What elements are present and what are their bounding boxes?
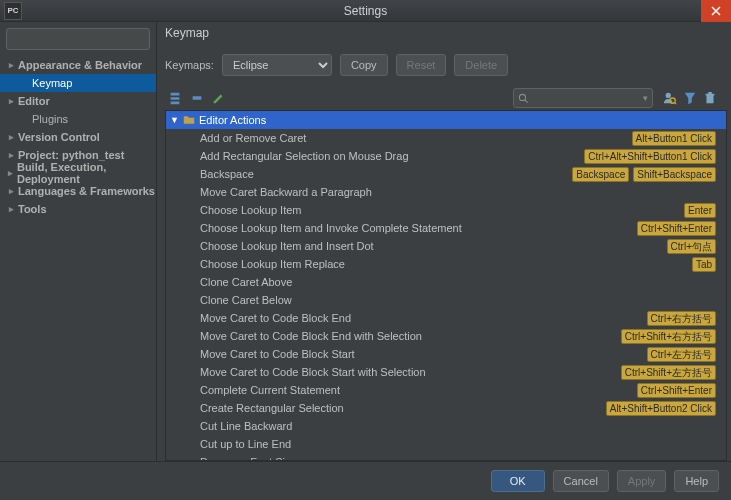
expand-tree-button[interactable] xyxy=(165,88,185,108)
action-name: Choose Lookup Item Replace xyxy=(200,258,692,270)
action-row[interactable]: Add or Remove CaretAlt+Button1 Click xyxy=(166,129,726,147)
sidebar-item-label: Appearance & Behavior xyxy=(18,59,142,71)
expand-icon xyxy=(168,91,182,105)
action-name: Complete Current Statement xyxy=(200,384,637,396)
action-shortcuts: Alt+Button1 Click xyxy=(632,131,716,146)
action-row[interactable]: Choose Lookup Item and Invoke Complete S… xyxy=(166,219,726,237)
action-name: Move Caret to Code Block Start with Sele… xyxy=(200,366,621,378)
show-conflicts-button[interactable] xyxy=(681,89,699,107)
action-name: Create Rectangular Selection xyxy=(200,402,606,414)
sidebar-search[interactable] xyxy=(6,28,150,50)
sidebar-item[interactable]: Plugins xyxy=(0,110,156,128)
action-name: Move Caret to Code Block End with Select… xyxy=(200,330,621,342)
tree-expander-icon: ▸ xyxy=(6,96,16,106)
apply-button[interactable]: Apply xyxy=(617,470,667,492)
shortcut-tag: Ctrl+Shift+右方括号 xyxy=(621,329,716,344)
edit-shortcut-button[interactable] xyxy=(209,88,229,108)
action-row[interactable]: Move Caret to Code Block EndCtrl+右方括号 xyxy=(166,309,726,327)
action-row[interactable]: Decrease Font Size xyxy=(166,453,726,460)
sidebar-item[interactable]: ▸Build, Execution, Deployment xyxy=(0,164,156,182)
action-shortcuts: Ctrl+句点 xyxy=(667,239,716,254)
shortcut-tag: Enter xyxy=(684,203,716,218)
window-close-button[interactable] xyxy=(701,0,731,22)
svg-point-4 xyxy=(666,93,671,98)
svg-point-2 xyxy=(519,94,525,100)
delete-shortcut-button[interactable] xyxy=(701,89,719,107)
sidebar-item-label: Project: python_test xyxy=(18,149,124,161)
action-shortcuts: Enter xyxy=(684,203,716,218)
action-row[interactable]: Cut Line Backward xyxy=(166,417,726,435)
action-row[interactable]: Choose Lookup Item ReplaceTab xyxy=(166,255,726,273)
action-row[interactable]: Choose Lookup Item and Insert DotCtrl+句点 xyxy=(166,237,726,255)
action-row[interactable]: Clone Caret Below xyxy=(166,291,726,309)
tree-expander-icon: ▸ xyxy=(6,204,16,214)
ok-button[interactable]: OK xyxy=(491,470,545,492)
titlebar: PC Settings xyxy=(0,0,731,22)
cancel-button[interactable]: Cancel xyxy=(553,470,609,492)
action-name: Move Caret to Code Block End xyxy=(200,312,647,324)
shortcut-tag: Ctrl+Shift+Enter xyxy=(637,383,716,398)
copy-button[interactable]: Copy xyxy=(340,54,388,76)
sidebar-item[interactable]: ▸Version Control xyxy=(0,128,156,146)
filter-icon xyxy=(683,91,697,105)
main-panel: Keymap Keymaps: Eclipse Copy Reset Delet… xyxy=(157,22,731,461)
actions-group-header[interactable]: ▼ Editor Actions xyxy=(166,111,726,129)
action-shortcuts: BackspaceShift+Backspace xyxy=(572,167,716,182)
shortcut-tag: Ctrl+Shift+左方括号 xyxy=(621,365,716,380)
shortcut-tag: Alt+Button1 Click xyxy=(632,131,716,146)
actions-group-label: Editor Actions xyxy=(199,114,266,126)
sidebar-item[interactable]: ▸Languages & Frameworks xyxy=(0,182,156,200)
action-row[interactable]: BackspaceBackspaceShift+Backspace xyxy=(166,165,726,183)
action-row[interactable]: Move Caret to Code Block StartCtrl+左方括号 xyxy=(166,345,726,363)
action-name: Cut up to Line End xyxy=(200,438,716,450)
shortcut-tag: Backspace xyxy=(572,167,629,182)
action-name: Move Caret Backward a Paragraph xyxy=(200,186,716,198)
keymaps-combo[interactable]: Eclipse xyxy=(222,54,332,76)
sidebar-item[interactable]: ▸Editor xyxy=(0,92,156,110)
action-name: Add or Remove Caret xyxy=(200,132,632,144)
tree-expander-icon: ▸ xyxy=(6,186,16,196)
sidebar-item-label: Keymap xyxy=(32,77,72,89)
search-icon xyxy=(518,93,529,104)
action-row[interactable]: Move Caret to Code Block Start with Sele… xyxy=(166,363,726,381)
dialog-footer: OK Cancel Apply Help xyxy=(0,461,731,500)
action-shortcuts: Ctrl+Shift+右方括号 xyxy=(621,329,716,344)
collapse-tree-button[interactable] xyxy=(187,88,207,108)
action-row[interactable]: Create Rectangular SelectionAlt+Shift+Bu… xyxy=(166,399,726,417)
tree-expander-icon: ▸ xyxy=(6,150,16,160)
sidebar-item[interactable]: Keymap xyxy=(0,74,156,92)
svg-line-6 xyxy=(674,102,676,104)
keymap-toolbar: ▾ xyxy=(165,86,731,110)
shortcut-tag: Shift+Backspace xyxy=(633,167,716,182)
action-row[interactable]: Choose Lookup ItemEnter xyxy=(166,201,726,219)
action-row[interactable]: Complete Current StatementCtrl+Shift+Ent… xyxy=(166,381,726,399)
delete-button[interactable]: Delete xyxy=(454,54,508,76)
action-name: Choose Lookup Item and Insert Dot xyxy=(200,240,667,252)
help-button[interactable]: Help xyxy=(674,470,719,492)
app-logo: PC xyxy=(4,2,22,20)
action-row[interactable]: Move Caret to Code Block End with Select… xyxy=(166,327,726,345)
action-shortcuts: Ctrl+Shift+Enter xyxy=(637,383,716,398)
action-row[interactable]: Add Rectangular Selection on Mouse DragC… xyxy=(166,147,726,165)
sidebar-search-input[interactable] xyxy=(15,33,153,45)
tree-expander-icon: ▸ xyxy=(6,60,16,70)
sidebar-item[interactable]: ▸Appearance & Behavior xyxy=(0,56,156,74)
sidebar-item-label: Editor xyxy=(18,95,50,107)
reset-button[interactable]: Reset xyxy=(396,54,447,76)
shortcut-tag: Ctrl+左方括号 xyxy=(647,347,716,362)
action-name: Clone Caret Below xyxy=(200,294,716,306)
find-by-shortcut-button[interactable] xyxy=(661,89,679,107)
action-row[interactable]: Clone Caret Above xyxy=(166,273,726,291)
action-shortcuts: Ctrl+Shift+左方括号 xyxy=(621,365,716,380)
keymaps-label: Keymaps: xyxy=(165,59,214,71)
action-row[interactable]: Move Caret Backward a Paragraph xyxy=(166,183,726,201)
breadcrumb: Keymap xyxy=(165,26,731,44)
action-shortcuts: Ctrl+Alt+Shift+Button1 Click xyxy=(584,149,716,164)
keymap-search[interactable]: ▾ xyxy=(513,88,653,108)
chevron-down-icon: ▼ xyxy=(170,115,179,125)
action-row[interactable]: Cut up to Line End xyxy=(166,435,726,453)
action-name: Backspace xyxy=(200,168,572,180)
sidebar-item[interactable]: ▸Tools xyxy=(0,200,156,218)
keymaps-row: Keymaps: Eclipse Copy Reset Delete xyxy=(165,54,731,76)
shortcut-tag: Ctrl+右方括号 xyxy=(647,311,716,326)
